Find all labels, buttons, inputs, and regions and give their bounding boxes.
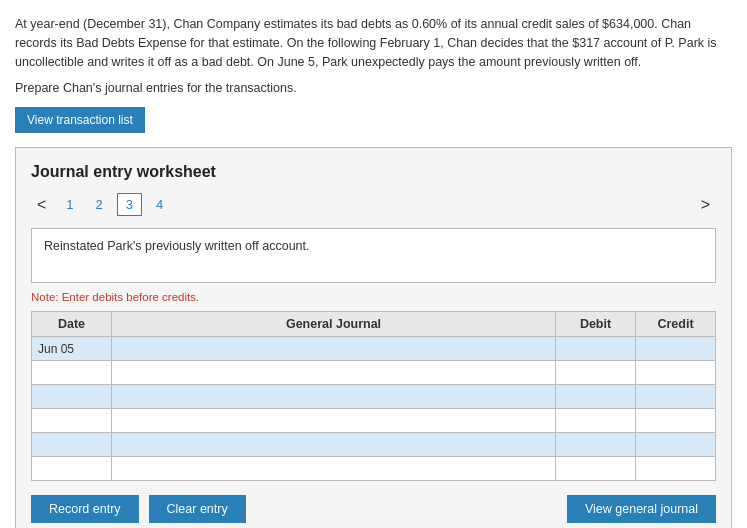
clear-entry-button[interactable]: Clear entry [149,495,246,523]
debit-cell[interactable] [556,337,636,361]
col-header-general: General Journal [112,312,556,337]
tab-next-arrow[interactable]: > [695,194,716,216]
debit-cell[interactable] [556,409,636,433]
general-journal-cell[interactable] [112,385,556,409]
date-cell: Jun 05 [32,337,112,361]
debit-input[interactable] [556,361,635,384]
worksheet-title: Journal entry worksheet [31,163,716,181]
table-row [32,433,716,457]
debit-input[interactable] [556,433,635,456]
col-header-debit: Debit [556,312,636,337]
credit-cell[interactable] [636,385,716,409]
debit-cell[interactable] [556,361,636,385]
credit-input[interactable] [636,385,715,408]
credit-input[interactable] [636,433,715,456]
credit-cell[interactable] [636,361,716,385]
view-transaction-button[interactable]: View transaction list [15,107,145,133]
debit-input[interactable] [556,457,635,480]
credit-cell[interactable] [636,409,716,433]
credit-cell[interactable] [636,457,716,481]
intro-paragraph: At year-end (December 31), Chan Company … [15,15,732,71]
general-journal-cell[interactable] [112,409,556,433]
date-cell [32,361,112,385]
tab-4[interactable]: 4 [148,194,171,215]
col-header-date: Date [32,312,112,337]
description-box: Reinstated Park's previously written off… [31,228,716,283]
debit-cell[interactable] [556,433,636,457]
date-cell [32,457,112,481]
general-journal-cell[interactable] [112,433,556,457]
worksheet-container: Journal entry worksheet < 1 2 3 4 > Rein… [15,147,732,528]
note-text: Note: Enter debits before credits. [31,291,716,303]
general-journal-input[interactable] [112,457,555,480]
table-row [32,361,716,385]
prepare-text: Prepare Chan's journal entries for the t… [15,81,732,95]
credit-cell[interactable] [636,433,716,457]
debit-input[interactable] [556,385,635,408]
debit-cell[interactable] [556,385,636,409]
general-journal-input[interactable] [112,385,555,408]
journal-table: Date General Journal Debit Credit Jun 05 [31,311,716,481]
credit-input[interactable] [636,457,715,480]
credit-cell[interactable] [636,337,716,361]
date-cell [32,385,112,409]
view-general-journal-button[interactable]: View general journal [567,495,716,523]
debit-input[interactable] [556,409,635,432]
general-journal-input[interactable] [112,433,555,456]
general-journal-cell[interactable] [112,337,556,361]
col-header-credit: Credit [636,312,716,337]
table-row: Jun 05 [32,337,716,361]
general-journal-input[interactable] [112,361,555,384]
tab-3[interactable]: 3 [117,193,142,216]
tab-navigation: < 1 2 3 4 > [31,193,716,216]
date-cell [32,409,112,433]
general-journal-input[interactable] [112,337,555,360]
record-entry-button[interactable]: Record entry [31,495,139,523]
general-journal-cell[interactable] [112,457,556,481]
table-row [32,457,716,481]
credit-input[interactable] [636,337,715,360]
tab-prev-arrow[interactable]: < [31,194,52,216]
date-cell [32,433,112,457]
general-journal-cell[interactable] [112,361,556,385]
table-row [32,385,716,409]
debit-cell[interactable] [556,457,636,481]
credit-input[interactable] [636,361,715,384]
tab-2[interactable]: 2 [88,194,111,215]
tab-1[interactable]: 1 [58,194,81,215]
debit-input[interactable] [556,337,635,360]
buttons-row: Record entry Clear entry View general jo… [31,495,716,523]
general-journal-input[interactable] [112,409,555,432]
table-row [32,409,716,433]
credit-input[interactable] [636,409,715,432]
